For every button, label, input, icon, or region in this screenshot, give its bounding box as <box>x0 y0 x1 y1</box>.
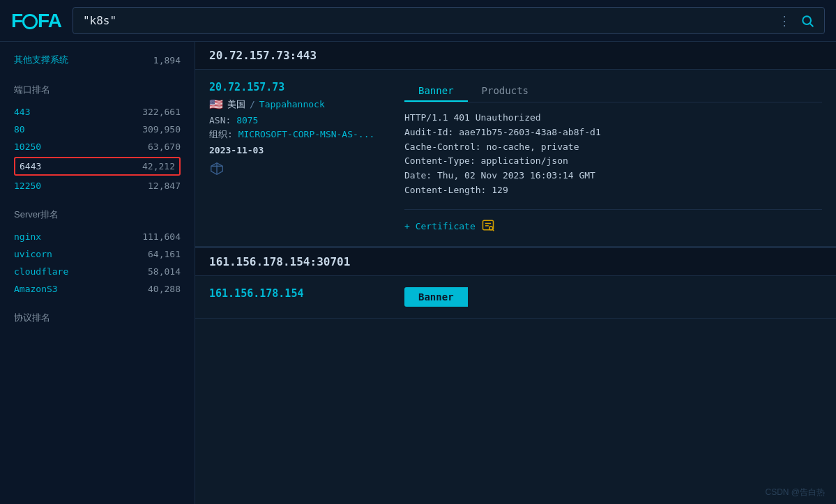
list-item[interactable]: cloudflare 58,014 <box>14 263 181 280</box>
sidebar-item-label: uvicorn <box>14 249 52 259</box>
result2-ip-link[interactable]: 161.156.178.154 <box>209 287 390 300</box>
sidebar: 其他支撑系统 1,894 端口排名 443 322,661 80 309,950… <box>0 42 195 504</box>
svg-rect-4 <box>482 220 493 229</box>
header: FFA ⋮ <box>0 0 836 42</box>
sidebar-item-count: 40,288 <box>148 284 181 294</box>
sidebar-item-label: 6443 <box>20 161 41 171</box>
separator: / <box>250 99 255 109</box>
result-ip-link[interactable]: 20.72.157.73 <box>209 81 390 93</box>
city-link[interactable]: Tappahannock <box>259 99 325 109</box>
asn-label: ASN: <box>209 115 231 125</box>
result-card-1: 20.72.157.73:443 20.72.157.73 🇺🇸 美国 / Ta… <box>195 42 836 247</box>
svg-line-1 <box>810 23 814 26</box>
sidebar-truncated-top: 其他支撑系统 1,894 <box>0 42 195 75</box>
list-item[interactable]: 12250 12,847 <box>14 177 181 194</box>
main: 其他支撑系统 1,894 端口排名 443 322,661 80 309,950… <box>0 42 836 504</box>
list-item[interactable]: 其他支撑系统 1,894 <box>14 50 181 70</box>
tabs-header: Banner Products <box>404 81 822 102</box>
sidebar-item-label: 443 <box>14 107 30 117</box>
sidebar-item-label: 12250 <box>14 181 41 191</box>
asn-value-link[interactable]: 8075 <box>236 115 258 125</box>
list-item[interactable]: 80 309,950 <box>14 121 181 138</box>
search-icons: ⋮ <box>778 13 814 28</box>
sidebar-item-count: 58,014 <box>148 266 181 277</box>
sidebar-item-count: 42,212 <box>142 161 175 171</box>
search-input[interactable] <box>83 14 771 27</box>
sidebar-item-label: AmazonS3 <box>14 284 58 294</box>
result-org-field: 组织: MICROSOFT-CORP-MSN-AS-... <box>209 128 390 141</box>
search-bar: ⋮ <box>73 7 825 34</box>
sidebar-section-server: Server排名 nginx 111,604 uvicorn 64,161 cl… <box>0 200 195 303</box>
result-card-body-2: 161.156.178.154 Banner <box>195 276 836 318</box>
sidebar-item-label: nginx <box>14 231 41 242</box>
result-card-header-2: 161.156.178.154:30701 <box>195 247 836 276</box>
logo: FFA <box>11 10 61 32</box>
sidebar-item-count: 111,604 <box>142 231 181 242</box>
sidebar-item-label: 10250 <box>14 142 41 152</box>
list-item[interactable]: AmazonS3 40,288 <box>14 280 181 298</box>
svg-point-7 <box>489 226 492 229</box>
certificate-link[interactable]: + Certificate <box>404 221 476 231</box>
list-item[interactable]: uvicorn 64,161 <box>14 245 181 263</box>
svg-line-8 <box>492 229 494 231</box>
result-card-2: 161.156.178.154:30701 161.156.178.154 Ba… <box>195 247 836 319</box>
result-header-title-2: 161.156.178.154:30701 <box>209 255 350 268</box>
certificate-row: + Certificate <box>404 209 822 235</box>
sidebar-item-count: 63,670 <box>148 142 181 152</box>
result2-tabs-header: Banner <box>404 287 468 307</box>
banner-content: HTTP/1.1 401 Unauthorized Audit-Id: aae7… <box>404 111 822 198</box>
result-tabs-panel: Banner Products HTTP/1.1 401 Unauthorize… <box>404 81 822 235</box>
sidebar-section-port: 端口排名 443 322,661 80 309,950 10250 63,670… <box>0 75 195 200</box>
list-item[interactable]: 10250 63,670 <box>14 138 181 155</box>
result-card-header-1: 20.72.157.73:443 <box>195 42 836 70</box>
result-card-body-1: 20.72.157.73 🇺🇸 美国 / Tappahannock ASN: 8… <box>195 70 836 246</box>
tab2-banner[interactable]: Banner <box>404 287 468 307</box>
sidebar-section-title-protocol: 协议排名 <box>14 312 181 324</box>
certificate-icon <box>481 218 495 235</box>
tab-banner[interactable]: Banner <box>404 81 468 102</box>
sidebar-item-label: 其他支撑系统 <box>14 54 68 66</box>
sidebar-item-label: 80 <box>14 124 25 135</box>
result-header-title: 20.72.157.73:443 <box>209 49 317 62</box>
highlighted-port-item[interactable]: 6443 42,212 <box>14 157 181 176</box>
sidebar-item-label: cloudflare <box>14 266 68 277</box>
cube-icon[interactable] <box>209 161 390 180</box>
search-icon[interactable] <box>800 14 814 28</box>
list-item[interactable]: nginx 111,604 <box>14 228 181 245</box>
more-options-icon[interactable]: ⋮ <box>778 13 791 28</box>
result2-info-panel: 161.156.178.154 <box>209 287 390 304</box>
tab-products[interactable]: Products <box>468 81 542 102</box>
list-item[interactable]: 443 322,661 <box>14 103 181 121</box>
sidebar-item-count: 309,950 <box>142 124 181 135</box>
sidebar-item-count: 12,847 <box>148 181 181 191</box>
result-location: 🇺🇸 美国 / Tappahannock <box>209 98 390 111</box>
org-label: 组织: <box>209 129 233 139</box>
svg-point-0 <box>803 16 811 24</box>
org-value-link[interactable]: MICROSOFT-CORP-MSN-AS-... <box>238 129 375 139</box>
sidebar-section-title-server: Server排名 <box>14 208 181 221</box>
flag-icon: 🇺🇸 <box>209 98 223 111</box>
country-label: 美国 <box>227 98 245 111</box>
sidebar-item-count: 322,661 <box>142 107 181 117</box>
sidebar-item-count: 64,161 <box>148 249 181 259</box>
result2-tabs-panel: Banner <box>404 287 468 307</box>
sidebar-section-title-port: 端口排名 <box>14 84 181 96</box>
result-info-panel: 20.72.157.73 🇺🇸 美国 / Tappahannock ASN: 8… <box>209 81 390 235</box>
result-asn-field: ASN: 8075 <box>209 115 390 125</box>
content-area: 20.72.157.73:443 20.72.157.73 🇺🇸 美国 / Ta… <box>195 42 836 504</box>
sidebar-section-protocol: 协议排名 <box>0 303 195 337</box>
sidebar-item-count: 1,894 <box>153 55 181 66</box>
result-date: 2023-11-03 <box>209 145 390 155</box>
